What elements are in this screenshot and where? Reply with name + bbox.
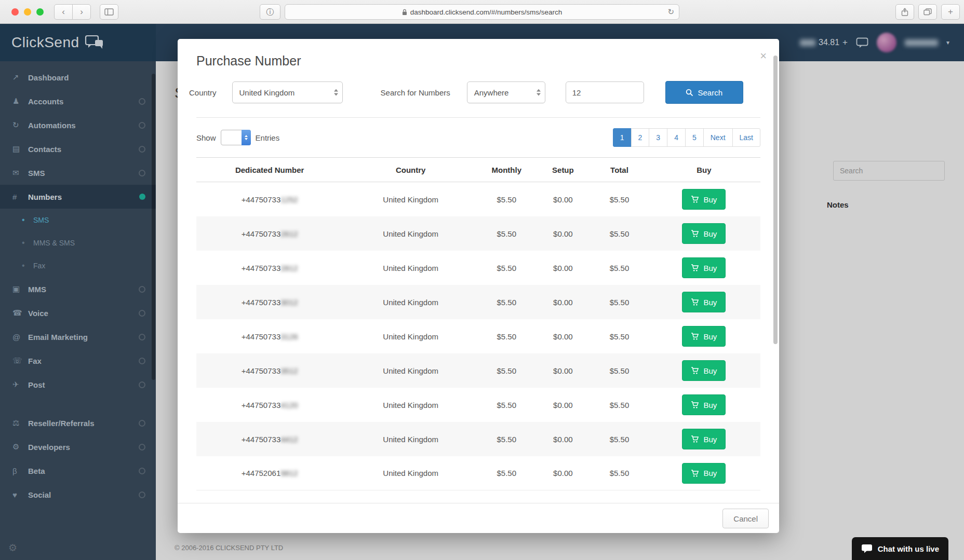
phone-number: +44750733 [242, 435, 281, 444]
stepper-arrows-icon[interactable] [242, 130, 251, 145]
cell-monthly: $5.50 [478, 469, 535, 477]
tabs-icon [923, 8, 932, 16]
url-text: dashboard.clicksend.com/#/numbers/sms/se… [410, 8, 563, 16]
buy-button-label: Buy [703, 264, 717, 272]
cell-total: $5.50 [591, 366, 648, 375]
address-bar[interactable]: dashboard.clicksend.com/#/numbers/sms/se… [285, 4, 679, 20]
page-info-button[interactable]: ⓘ [260, 4, 280, 20]
buy-button[interactable]: Buy [682, 394, 726, 415]
cell-monthly: $5.50 [478, 435, 535, 444]
phone-number-blurred: 2812 [280, 264, 298, 272]
cell-monthly: $5.50 [478, 195, 535, 204]
buy-button-label: Buy [703, 332, 717, 341]
quantity-input[interactable] [566, 81, 644, 103]
cell-country: United Kingdom [343, 469, 478, 477]
cell-total: $5.50 [591, 401, 648, 409]
buy-button-label: Buy [703, 401, 717, 409]
sidebar-toggle-button[interactable] [100, 4, 118, 20]
cell-total: $5.50 [591, 264, 648, 272]
cell-dedicated-number: +447507334120 [196, 401, 343, 409]
buy-button[interactable]: Buy [682, 429, 726, 449]
buy-button[interactable]: Buy [682, 463, 726, 484]
purchase-number-modal: × Purchase Number Country United Kingdom… [178, 39, 779, 533]
close-window-button[interactable] [11, 8, 19, 16]
live-chat-icon [861, 544, 873, 553]
column-header-total: Total [591, 166, 648, 174]
search-button[interactable]: Search [665, 81, 743, 104]
cell-dedicated-number: +447507332612 [196, 229, 343, 238]
show-tabs-button[interactable] [918, 4, 937, 20]
share-button[interactable] [895, 4, 914, 20]
cell-total: $5.50 [591, 229, 648, 238]
cell-country: United Kingdom [343, 298, 478, 307]
pagination-2[interactable]: 2 [631, 128, 650, 147]
pagination-1[interactable]: 1 [613, 128, 632, 147]
modal-scrollbar[interactable] [773, 56, 778, 344]
cell-dedicated-number: +447507333512 [196, 366, 343, 375]
modal-footer: Cancel [178, 503, 779, 533]
new-tab-button[interactable]: + [941, 4, 960, 20]
buy-button[interactable]: Buy [682, 257, 726, 278]
live-chat-label: Chat with us live [878, 544, 939, 553]
table-controls: Show Entries 12345NextLast [178, 118, 779, 154]
forward-button[interactable]: › [72, 4, 91, 20]
buy-button[interactable]: Buy [682, 326, 726, 347]
close-icon[interactable]: × [760, 49, 767, 63]
buy-button[interactable]: Buy [682, 189, 726, 210]
pagination: 12345NextLast [613, 128, 760, 147]
phone-number: +44750733 [242, 298, 281, 307]
country-select[interactable]: United Kingdom [232, 81, 343, 103]
share-icon [901, 8, 908, 16]
pagination-next[interactable]: Next [703, 128, 733, 147]
phone-number: +44750733 [242, 195, 281, 204]
phone-number-blurred: 3126 [280, 332, 298, 341]
phone-number-blurred: 2612 [280, 229, 298, 238]
phone-number-blurred: 1252 [280, 195, 298, 204]
phone-number-blurred: 3512 [280, 366, 298, 375]
buy-button[interactable]: Buy [682, 292, 726, 312]
search-form: Country United Kingdom Search for Number… [178, 77, 779, 117]
live-chat-widget[interactable]: Chat with us live [852, 537, 948, 560]
minimize-window-button[interactable] [24, 8, 31, 16]
buy-button-label: Buy [703, 435, 717, 444]
cell-country: United Kingdom [343, 401, 478, 409]
table-row: +447507332812 United Kingdom $5.50 $0.00… [196, 251, 760, 285]
entries-stepper[interactable] [221, 130, 251, 145]
anywhere-select[interactable]: Anywhere [467, 81, 545, 103]
cell-monthly: $5.50 [478, 401, 535, 409]
back-button[interactable]: ‹ [54, 4, 73, 20]
pagination-last[interactable]: Last [732, 128, 760, 147]
cell-setup: $0.00 [535, 401, 592, 409]
cell-setup: $0.00 [535, 332, 592, 341]
cart-icon [691, 264, 699, 271]
show-label: Show [196, 133, 216, 142]
phone-number-blurred: 4412 [280, 435, 298, 444]
cancel-button[interactable]: Cancel [722, 509, 769, 528]
buy-button[interactable]: Buy [682, 223, 726, 244]
table-row: +447507333512 United Kingdom $5.50 $0.00… [196, 353, 760, 388]
cell-setup: $0.00 [535, 366, 592, 375]
pagination-3[interactable]: 3 [649, 128, 667, 147]
zoom-window-button[interactable] [36, 8, 44, 16]
pagination-4[interactable]: 4 [667, 128, 686, 147]
sidebar-toggle-icon [104, 8, 114, 16]
cell-total: $5.50 [591, 469, 648, 477]
reload-icon[interactable]: ↻ [667, 7, 674, 17]
table-row: +447507333126 United Kingdom $5.50 $0.00… [196, 319, 760, 353]
cell-setup: $0.00 [535, 195, 592, 204]
pagination-5[interactable]: 5 [685, 128, 704, 147]
cell-country: United Kingdom [343, 366, 478, 375]
table-row: +447520619812 United Kingdom $5.50 $0.00… [196, 456, 760, 490]
column-header-monthly: Monthly [478, 166, 535, 174]
cell-monthly: $5.50 [478, 264, 535, 272]
cell-total: $5.50 [591, 195, 648, 204]
phone-number-blurred: 9812 [280, 469, 298, 477]
cell-country: United Kingdom [343, 435, 478, 444]
column-header-country: Country [343, 166, 478, 174]
buy-button[interactable]: Buy [682, 360, 726, 381]
phone-number: +44752061 [242, 469, 281, 477]
buy-button-label: Buy [703, 366, 717, 375]
cell-total: $5.50 [591, 435, 648, 444]
cell-monthly: $5.50 [478, 332, 535, 341]
cell-dedicated-number: +447507333012 [196, 298, 343, 307]
